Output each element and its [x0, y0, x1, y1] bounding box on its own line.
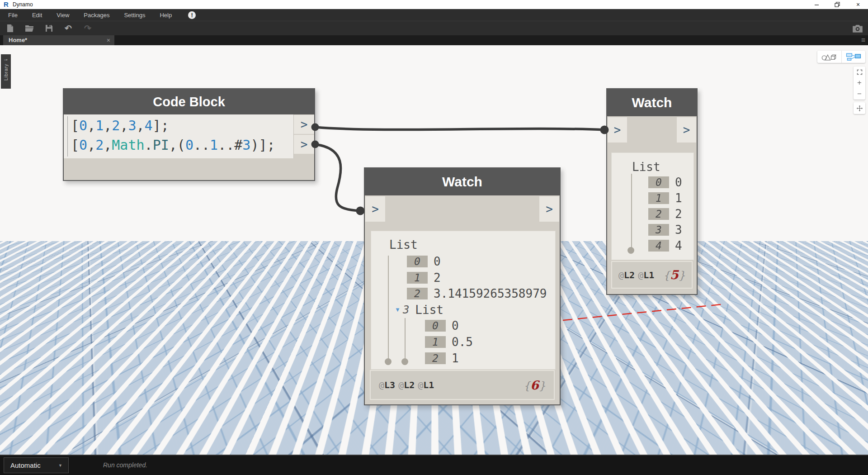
expand-arrow-icon: → [3, 56, 9, 62]
graph-view-icon [845, 52, 862, 62]
count-value: 5 [670, 268, 679, 282]
menu-settings[interactable]: Settings [124, 12, 145, 19]
undo-button[interactable]: ↶ [64, 24, 73, 33]
geometry-view-toggle[interactable] [817, 51, 841, 63]
menu-packages[interactable]: Packages [84, 12, 109, 19]
watch-footer: @L2@L1 {5} [611, 261, 693, 289]
port-chevron: > [614, 123, 621, 137]
redo-icon: ↷ [84, 23, 91, 33]
list-index-badge: 1 [648, 192, 669, 204]
code-block-header[interactable]: Code Block [64, 89, 314, 114]
tab-home-label: Home* [9, 37, 27, 43]
watch-footer: @L3@L2@L1 {6} [370, 370, 555, 400]
zoom-in-button[interactable]: + [854, 77, 865, 88]
open-file-button[interactable] [25, 24, 34, 33]
level-label: L1 [423, 380, 434, 390]
watch-input-port[interactable]: > [365, 196, 385, 222]
lacing-levels: @L3@L2@L1 [379, 380, 434, 390]
list-value: 3 [675, 223, 682, 237]
count-brace: } [539, 380, 546, 392]
level-label: L1 [643, 270, 654, 280]
watch-port-row: > > [607, 116, 697, 143]
wire-codeblock-to-watch-mid[interactable] [315, 144, 360, 211]
statusbar: Automatic ▼ Run completed. [0, 455, 868, 475]
tab-close-icon[interactable]: × [107, 35, 110, 45]
level-label: L2 [624, 270, 635, 280]
watch-list-view[interactable]: List 0011223344 [611, 152, 694, 260]
wire-codeblock-to-watch-right[interactable] [315, 127, 604, 130]
notifications-alert-icon[interactable]: ! [188, 11, 196, 19]
export-image-button[interactable] [852, 24, 863, 33]
watch-input-port[interactable]: > [608, 117, 627, 142]
zoom-out-button[interactable]: − [854, 89, 865, 100]
pan-button[interactable] [854, 102, 865, 114]
run-status-text: Run completed. [103, 456, 147, 475]
code-block-body: [0,1,2,3,4];[0,2,Math.PI,(0..1..#3)]; > … [64, 114, 314, 179]
restore-button[interactable] [834, 1, 841, 8]
save-button[interactable] [44, 24, 53, 33]
watch-header[interactable]: Watch [607, 89, 697, 116]
list-index-badge: 2 [407, 288, 428, 299]
port-chevron: > [301, 118, 308, 131]
watch-node-right[interactable]: Watch > > List 0011223344 @L2@L1 {5} [606, 88, 698, 295]
watch-header[interactable]: Watch [365, 168, 560, 195]
menu-edit[interactable]: Edit [32, 12, 42, 19]
list-item-row: 10.5 [425, 334, 473, 350]
expander-icon[interactable]: ▼ [395, 306, 401, 313]
count-brace: } [679, 269, 685, 282]
code-lines: [0,1,2,3,4];[0,2,Math.PI,(0..1..#3)]; [64, 114, 293, 155]
new-file-icon [7, 24, 14, 33]
menu-help[interactable]: Help [160, 12, 172, 19]
list-value: 2 [434, 271, 441, 285]
output-port-2[interactable]: > [294, 135, 314, 154]
level-label: L2 [404, 380, 415, 390]
list-index-badge: 1 [425, 336, 446, 348]
at-sign: @ [418, 380, 423, 390]
list-value: 1 [452, 352, 459, 365]
menu-file[interactable]: File [8, 12, 18, 19]
tab-home[interactable]: Home* × [3, 35, 114, 45]
graph-view-toggle[interactable] [841, 51, 866, 63]
zoom-controls: + − [854, 66, 865, 100]
redo-button[interactable]: ↷ [83, 24, 92, 33]
list-index-badge: 1 [407, 272, 428, 284]
camera-icon [852, 24, 863, 33]
code-editor[interactable]: [0,1,2,3,4];[0,2,Math.PI,(0..1..#3)]; [64, 114, 294, 158]
list-index-badge: 2 [648, 208, 669, 220]
list-index-badge: 0 [648, 176, 669, 188]
list-value: 2 [675, 207, 682, 221]
level-tag[interactable]: @L2 [398, 380, 415, 390]
minimize-button[interactable] [813, 1, 820, 8]
watch-output-port[interactable]: > [677, 117, 696, 142]
level-tag[interactable]: @L3 [379, 380, 395, 390]
run-mode-dropdown[interactable]: Automatic ▼ [4, 457, 69, 473]
level-tag[interactable]: @L1 [638, 270, 654, 280]
undo-icon: ↶ [65, 23, 72, 33]
count-brace: { [524, 380, 530, 392]
zoom-fit-button[interactable] [854, 66, 865, 77]
list-index-badge: 4 [648, 240, 669, 252]
menubar: FileEditViewPackagesSettingsHelp ! [0, 9, 868, 21]
level-tag[interactable]: @L2 [618, 270, 635, 280]
library-panel-tab[interactable]: → Library [1, 54, 11, 89]
menu-view[interactable]: View [57, 12, 69, 19]
watch-node-mid[interactable]: Watch > > List 001223.14159265358979▼3Li… [364, 167, 561, 405]
code-block-node[interactable]: Code Block [0,1,2,3,4];[0,2,Math.PI,(0..… [63, 88, 315, 181]
list-item-row: 00 [648, 174, 682, 190]
list-item-row: 23.14159265358979 [407, 285, 547, 301]
tab-overflow-menu-icon[interactable]: ≡ [861, 35, 865, 45]
watch-list-view[interactable]: List 001223.14159265358979▼3List0010.521 [371, 231, 556, 370]
port-chevron: > [301, 138, 308, 151]
graph-canvas[interactable]: → Library Code Block [0,1,2,3,4];[0,2,Ma… [0, 45, 868, 455]
new-file-button[interactable] [5, 24, 14, 33]
output-port-1[interactable]: > [294, 115, 314, 134]
watch-output-port[interactable]: > [539, 196, 559, 222]
level-tag[interactable]: @L1 [418, 380, 434, 390]
list-value: 1 [675, 191, 682, 205]
list-value: 3.14159265358979 [434, 287, 547, 300]
count-brace: { [663, 269, 670, 282]
close-button[interactable]: × [854, 1, 862, 8]
window-title: Dynamo [13, 0, 33, 9]
code-line: [0,1,2,3,4]; [71, 116, 293, 135]
at-sign: @ [638, 270, 643, 280]
